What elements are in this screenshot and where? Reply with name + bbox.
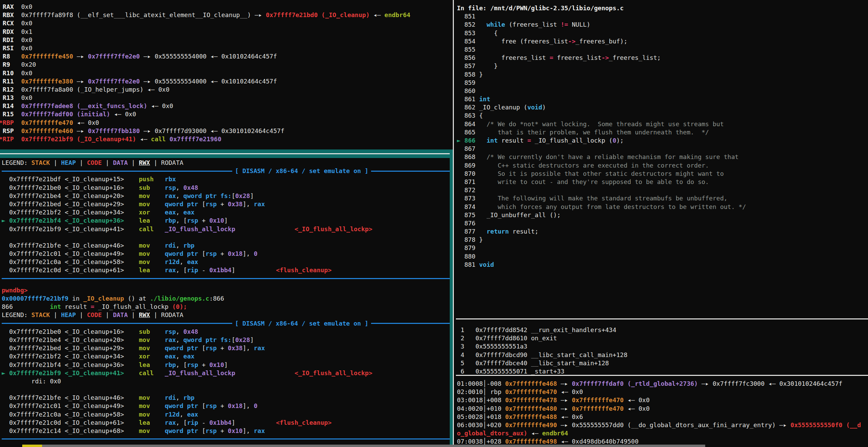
gdb-context-panel: LEGEND: STACK | HEAP | CODE | DATA | RWX… xyxy=(2,159,450,447)
terminal-line: 870 So it is possible that other static … xyxy=(457,170,868,178)
disasm-section-header: [ DISASM / x86-64 / set emulate on ] xyxy=(2,319,450,328)
terminal-line: *RIP 0x7ffff7e21bf9 (_IO_cleanup+41) ◂— … xyxy=(0,135,450,143)
terminal-line: 855 xyxy=(457,45,868,54)
stack-panel: 01:0008│-008 0x7fffffffe468 —▸ 0x7ffff7f… xyxy=(457,380,868,446)
terminal-line: 868 /* We currently don't have a reliabl… xyxy=(457,153,868,161)
terminal-line: 871 write to cout - and they're supposed… xyxy=(457,178,868,186)
terminal-line: 0x7ffff7e21bfe <_IO_cleanup+46> mov rdi,… xyxy=(2,394,450,402)
pane-divider-source-backtrace xyxy=(456,318,868,319)
terminal-line: 876 xyxy=(457,219,868,227)
terminal-line: 5 0x7ffff7dbce40 __libc_start_main+128 xyxy=(457,359,868,367)
terminal-line: 852 while (freeres_list != NULL) xyxy=(457,21,868,29)
terminal-line xyxy=(2,233,450,241)
terminal-line: 867 xyxy=(457,145,868,153)
terminal-line: In file: /mnt/d/PWN/glibc-2.35/libio/gen… xyxy=(457,4,868,12)
terminal-line: 0x7ffff7e21bf2 <_IO_cleanup+34> xor eax,… xyxy=(2,208,450,216)
terminal-line: 857 } xyxy=(457,62,868,70)
gdb-prompt[interactable]: pwndbg> xyxy=(2,286,450,294)
terminal-line: 0x7ffff7e21be4 <_IO_cleanup+20> mov rax,… xyxy=(2,336,450,344)
terminal-line: 856 freeres_list = freeres_list->_freere… xyxy=(457,54,868,62)
pane-divider-backtrace-stack xyxy=(456,375,868,376)
terminal-line: R10 0x0 xyxy=(0,69,450,77)
terminal-line: 873 The following will make the standard… xyxy=(457,194,868,202)
terminal-line: 0x7ffff7e21be0 <_IO_cleanup+16> sub rsp,… xyxy=(2,328,450,336)
terminal-line: 861 int xyxy=(457,95,868,103)
terminal-line: 853 { xyxy=(457,29,868,37)
terminal-line: 859 xyxy=(457,79,868,87)
terminal-line: 0x7ffff7e21c0d <_IO_cleanup+61> lea rax,… xyxy=(2,419,450,427)
disasm-panel-title: [ DISASM / x86-64 / set emulate on ] xyxy=(232,319,371,328)
divider-line xyxy=(371,171,450,172)
terminal-line xyxy=(2,385,450,394)
terminal-line: RSI 0x0 xyxy=(0,44,450,52)
disasm-section-header: [ DISASM / x86-64 / set emulate on ] xyxy=(2,167,450,175)
terminal-line: 878 } xyxy=(457,236,868,244)
terminal-line: 872 xyxy=(457,186,868,194)
terminal-line: 0x7ffff7e21c0d <_IO_cleanup+61> lea rax,… xyxy=(2,266,450,274)
terminal-line xyxy=(2,278,450,286)
terminal: RAX 0x0 RBX 0x7ffff7fa89f8 (__elf_set___… xyxy=(0,0,868,447)
terminal-line: 0x00007ffff7e21bf9 in _IO_cleanup () at … xyxy=(2,294,450,303)
terminal-line: 862 _IO_cleanup (void) xyxy=(457,103,868,111)
terminal-line: R13 0x0 xyxy=(0,94,450,102)
terminal-line: 0x7ffff7e21c14 <_IO_cleanup+68> mov qwor… xyxy=(2,427,450,435)
pane-divider-line xyxy=(0,153,453,154)
terminal-line: 0x7ffff7e21bf2 <_IO_cleanup+34> xor eax,… xyxy=(2,352,450,360)
terminal-line: 0x7ffff7e21c01 <_IO_cleanup+49> mov qwor… xyxy=(2,402,450,410)
terminal-line: 1 0x7ffff7dd8542 __run_exit_handlers+434 xyxy=(457,326,868,334)
terminal-line: 866 int result = _IO_flush_all_lockp (0)… xyxy=(2,303,450,311)
terminal-cursor xyxy=(22,445,42,447)
terminal-line: 0x7ffff7e21c0a <_IO_cleanup+58> mov r12d… xyxy=(2,410,450,419)
terminal-line: 869 C++ static destructors are executed … xyxy=(457,161,868,170)
terminal-line: 0x7ffff7e21c01 <_IO_cleanup+49> mov qwor… xyxy=(2,250,450,258)
terminal-line: RDI 0x0 xyxy=(0,36,450,44)
terminal-line: R11 0x7fffffffe380 —▸ 0x7ffff7ffe2e0 —▸ … xyxy=(0,77,450,86)
terminal-line: 3 0x5555555551a3 xyxy=(457,342,868,351)
terminal-line: 0x7ffff7e21bed <_IO_cleanup+29> mov qwor… xyxy=(2,200,450,208)
terminal-line: ► 0x7ffff7e21bf9 <_IO_cleanup+41> call _… xyxy=(2,369,450,377)
disasm-panel-title: [ DISASM / x86-64 / set emulate on ] xyxy=(232,167,371,175)
divider-line xyxy=(2,278,450,279)
terminal-line: 0x7ffff7e21c0a <_IO_cleanup+58> mov r12d… xyxy=(2,258,450,266)
terminal-line: 0x7ffff7e21bf9 <_IO_cleanup+41> call _IO… xyxy=(2,225,450,233)
terminal-line: 6 0x555555555071 _start+33 xyxy=(457,367,868,376)
terminal-line: 01:0008│-008 0x7fffffffe468 —▸ 0x7ffff7f… xyxy=(457,380,868,388)
source-code-panel: In file: /mnt/d/PWN/glibc-2.35/libio/gen… xyxy=(457,4,868,269)
divider-line xyxy=(371,323,450,324)
terminal-line: 860 xyxy=(457,87,868,95)
terminal-line: 863 { xyxy=(457,111,868,120)
terminal-line: RAX 0x0 xyxy=(0,3,450,11)
terminal-line: R15 0x7ffff7fadf00 (initial) ◂— 0x0 xyxy=(0,110,450,118)
terminal-line: 874 which forces any output from late de… xyxy=(457,203,868,211)
status-bar xyxy=(42,445,705,447)
terminal-line: RCX 0x0 xyxy=(0,19,450,27)
terminal-line: 881 void xyxy=(457,261,868,269)
terminal-line: 0x7ffff7e21bed <_IO_cleanup+29> mov qwor… xyxy=(2,344,450,352)
terminal-line: RBX 0x7ffff7fa89f8 (__elf_set___libc_ate… xyxy=(0,11,450,19)
terminal-line: RSP 0x7fffffffe460 —▸ 0x7ffff7fbb180 —▸ … xyxy=(0,127,450,135)
terminal-line: ► 866 int result = _IO_flush_all_lockp (… xyxy=(457,136,868,145)
terminal-line: RDX 0x1 xyxy=(0,28,450,36)
terminal-line: rdi: 0x0 xyxy=(2,377,450,385)
backtrace-panel: 1 0x7ffff7dd8542 __run_exit_handlers+434… xyxy=(457,326,868,376)
terminal-line: 875 _IO_unbuffer_all (); xyxy=(457,211,868,219)
terminal-line: ► 0x7ffff7e21bf4 <_IO_cleanup+36> lea rb… xyxy=(2,216,450,225)
terminal-line: 0x7ffff7e21bf4 <_IO_cleanup+36> lea rbp,… xyxy=(2,361,450,369)
terminal-line: 2 0x7ffff7dd8610 on_exit xyxy=(457,334,868,342)
terminal-line: 858 } xyxy=(457,70,868,79)
terminal-line: 0x7ffff7e21bdf <_IO_cleanup+15> push rbx xyxy=(2,175,450,183)
terminal-line: 06:0030│+020 0x7fffffffe490 —▸ 0x5555555… xyxy=(457,421,868,429)
terminal-line: LEGEND: STACK | HEAP | CODE | DATA | RWX… xyxy=(2,311,450,319)
terminal-line: 0x7ffff7e21be0 <_IO_cleanup+16> sub rsp,… xyxy=(2,184,450,192)
divider-line xyxy=(2,171,232,172)
terminal-line: 0x7ffff7e21be4 <_IO_cleanup+20> mov rax,… xyxy=(2,192,450,200)
terminal-line: 4 0x7ffff7dbcd90 __libc_start_call_main+… xyxy=(457,351,868,359)
divider-line xyxy=(2,323,232,324)
terminal-line: *RBP 0x7fffffffe470 ◂— 0x0 xyxy=(0,119,450,127)
terminal-line: 865 that is their problem, we flush them… xyxy=(457,128,868,136)
terminal-line: 880 xyxy=(457,252,868,261)
terminal-line: 03:0018│+008 0x7fffffffe478 —▸ 0x7ffffff… xyxy=(457,396,868,404)
terminal-line: 02:0010│ rbp 0x7fffffffe470 ◂— 0x0 xyxy=(457,388,868,396)
terminal-line: R8 0x7fffffffe450 —▸ 0x7ffff7ffe2e0 —▸ 0… xyxy=(0,52,450,61)
terminal-line: 0x7ffff7e21bfe <_IO_cleanup+46> mov rdi,… xyxy=(2,241,450,250)
